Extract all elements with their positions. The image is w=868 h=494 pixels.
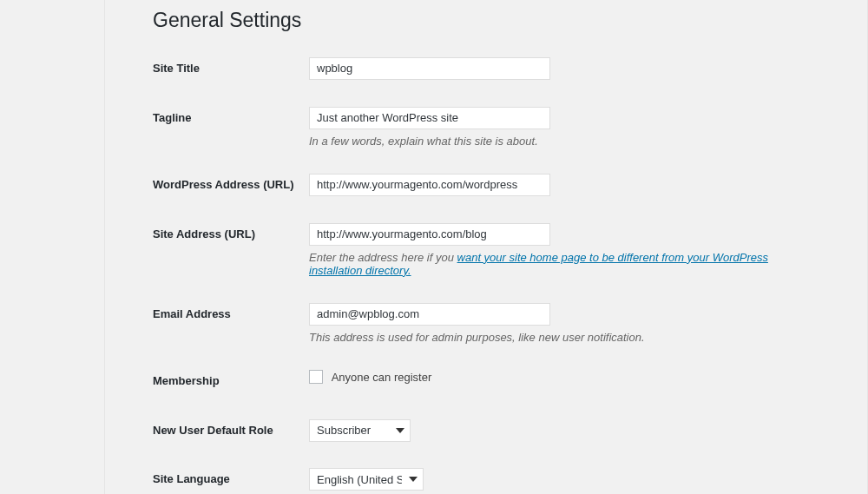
email-description: This address is used for admin purposes,…	[309, 331, 800, 344]
page-title: General Settings	[153, 0, 809, 44]
wp-address-input[interactable]	[309, 174, 550, 196]
email-input[interactable]	[309, 303, 550, 326]
default-role-label: New User Default Role	[153, 406, 309, 456]
site-language-label: Site Language	[153, 455, 309, 494]
membership-checkbox-label: Anyone can register	[332, 371, 432, 384]
site-address-input[interactable]	[309, 223, 550, 246]
site-title-input[interactable]	[309, 57, 550, 80]
default-role-select[interactable]: Subscriber	[309, 419, 411, 442]
site-address-label: Site Address (URL)	[153, 210, 309, 290]
site-language-select[interactable]: English (United States)	[309, 468, 424, 491]
tagline-input[interactable]	[309, 107, 550, 129]
email-label: Email Address	[153, 290, 309, 357]
tagline-description: In a few words, explain what this site i…	[309, 135, 800, 148]
tagline-label: Tagline	[153, 94, 309, 161]
site-address-description: Enter the address here if you want your …	[309, 251, 800, 277]
wp-address-label: WordPress Address (URL)	[153, 161, 309, 210]
membership-checkbox[interactable]	[309, 370, 323, 384]
membership-label: Membership	[153, 357, 309, 406]
site-title-label: Site Title	[153, 44, 309, 94]
